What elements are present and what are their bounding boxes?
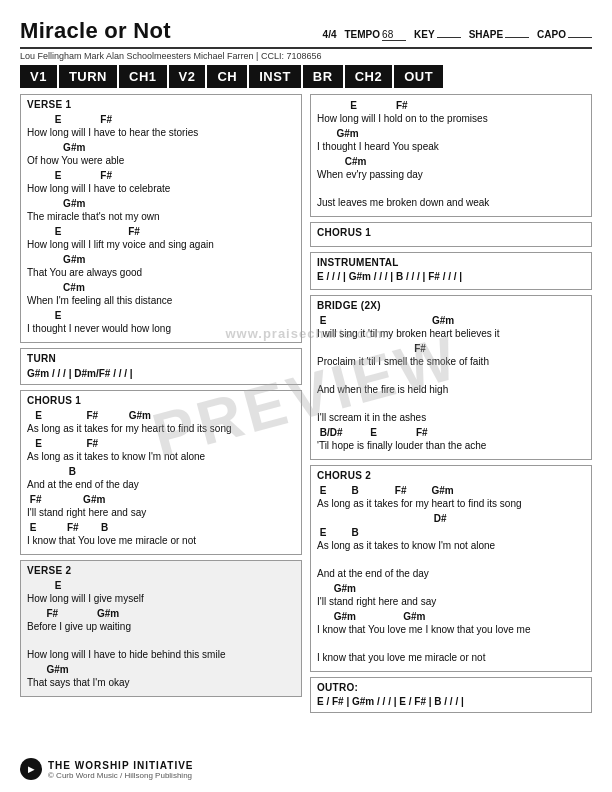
ch1-lyric1: As long as it takes for my heart to find… bbox=[27, 422, 295, 436]
authors: Lou Fellingham Mark Alan Schoolmeesters … bbox=[20, 51, 592, 61]
verse2-box: VERSE 2 E How long will I give myself F#… bbox=[20, 560, 302, 697]
v1-line5: E F# How long will I lift my voice and s… bbox=[27, 225, 295, 252]
main-content: VERSE 1 E F# How long will I have to hea… bbox=[20, 94, 592, 713]
br-line4: I'll scream it in the ashes bbox=[317, 398, 585, 425]
v2-line3: How long will I have to hide behind this… bbox=[27, 635, 295, 662]
v2-lyric1: How long will I give myself bbox=[27, 592, 295, 606]
ch2-lyric2: As long as it takes to know I'm not alon… bbox=[317, 539, 585, 553]
v2c-line4: Just leaves me broken down and weak bbox=[317, 183, 585, 210]
tab-br[interactable]: BR bbox=[303, 65, 343, 88]
turn-chords: G#m / / / | D#m/F# / / / | bbox=[27, 367, 295, 380]
br-lyric5: 'Til hope is finally louder than the ach… bbox=[317, 439, 585, 453]
v2c-line1: E F# How long will I hold on to the prom… bbox=[317, 99, 585, 126]
ch1-line2: E F# As long as it takes to know I'm not… bbox=[27, 437, 295, 464]
v2-chord3 bbox=[27, 635, 295, 648]
ch2-line5: G#m G#m I know that You love me I know t… bbox=[317, 610, 585, 637]
header: Miracle or Not 4/4 TEMPO 68 KEY SHAPE CA… bbox=[20, 18, 592, 44]
verse1-header: VERSE 1 bbox=[27, 99, 295, 110]
outro-chords: E / F# | G#m / / / | E / F# | B / / / | bbox=[317, 696, 585, 707]
v1-line3: E F# How long will I have to celebrate bbox=[27, 169, 295, 196]
v2c-line3: C#m When ev'ry passing day bbox=[317, 155, 585, 182]
ch2-chord2: E B bbox=[317, 526, 585, 539]
shape-label: SHAPE bbox=[469, 29, 503, 40]
br-line2: F# Proclaim it 'til I smell the smoke of… bbox=[317, 342, 585, 369]
v2c-chord2: G#m bbox=[317, 127, 585, 140]
br-line5: B/D# E F# 'Til hope is finally louder th… bbox=[317, 426, 585, 453]
ch2-lyric6: I know that you love me miracle or not bbox=[317, 651, 585, 665]
time-sig: 4/4 bbox=[323, 29, 337, 40]
v2-lyric3: How long will I have to hide behind this… bbox=[27, 648, 295, 662]
v2-line2: F# G#m Before I give up waiting bbox=[27, 607, 295, 634]
verse2-header: VERSE 2 bbox=[27, 565, 295, 576]
v1-line1: E F# How long will I have to hear the st… bbox=[27, 113, 295, 140]
shape-value bbox=[505, 37, 529, 38]
ch2-chord1: E B F# G#m bbox=[317, 484, 585, 497]
tempo-value: 68 bbox=[382, 29, 406, 41]
ch1-chord4: F# G#m bbox=[27, 493, 295, 506]
header-divider bbox=[20, 47, 592, 49]
br-line3: And when the fire is held high bbox=[317, 370, 585, 397]
chorus2-box: CHORUS 2 E B F# G#m As long as it takes … bbox=[310, 465, 592, 672]
ch2-line6: I know that you love me miracle or not bbox=[317, 638, 585, 665]
shape-item: SHAPE bbox=[469, 29, 529, 40]
v1-line7: C#m When I'm feeling all this distance bbox=[27, 281, 295, 308]
ch1-chord2: E F# bbox=[27, 437, 295, 450]
v1-chord5: E F# bbox=[27, 225, 295, 238]
v2-chord2: F# G#m bbox=[27, 607, 295, 620]
v2-lyric4: That says that I'm okay bbox=[27, 676, 295, 690]
footer-text-block: THE WORSHIP INITIATIVE © Curb Word Music… bbox=[48, 759, 194, 780]
ch1-line4: F# G#m I'll stand right here and say bbox=[27, 493, 295, 520]
v1-lyric7: When I'm feeling all this distance bbox=[27, 294, 295, 308]
v2c-lyric1: How long will I hold on to the promises bbox=[317, 112, 585, 126]
br-lyric2: Proclaim it 'til I smell the smoke of fa… bbox=[317, 355, 585, 369]
v2-line1: E How long will I give myself bbox=[27, 579, 295, 606]
ch2-lyric5: I know that You love me I know that you … bbox=[317, 623, 585, 637]
ch1-chord1: E F# G#m bbox=[27, 409, 295, 422]
v2-line4: G#m That says that I'm okay bbox=[27, 663, 295, 690]
tab-ch2[interactable]: CH2 bbox=[345, 65, 393, 88]
br-lyric3: And when the fire is held high bbox=[317, 383, 585, 397]
v1-chord8: E bbox=[27, 309, 295, 322]
tab-turn[interactable]: TURN bbox=[59, 65, 117, 88]
ch1-chord5: E F# B bbox=[27, 521, 295, 534]
br-chord4 bbox=[317, 398, 585, 411]
ch1-lyric5: I know that You love me miracle or not bbox=[27, 534, 295, 548]
footer-sub: © Curb Word Music / Hillsong Publishing bbox=[48, 771, 194, 780]
ch2-line3: And at the end of the day bbox=[317, 554, 585, 581]
capo-item: CAPO bbox=[537, 29, 592, 40]
ch1-line5: E F# B I know that You love me miracle o… bbox=[27, 521, 295, 548]
v1-chord3: E F# bbox=[27, 169, 295, 182]
ch1-line3: B And at the end of the day bbox=[27, 465, 295, 492]
footer-logo: ▶ bbox=[20, 758, 42, 780]
right-column: E F# How long will I hold on to the prom… bbox=[310, 94, 592, 713]
tab-inst[interactable]: INST bbox=[249, 65, 301, 88]
ch2-chord3 bbox=[317, 554, 585, 567]
ch2-chord6 bbox=[317, 638, 585, 651]
v2c-lyric2: I thought I heard You speak bbox=[317, 140, 585, 154]
ch2-lyric1: As long as it takes for my heart to find… bbox=[317, 497, 585, 511]
tab-ch1[interactable]: CH1 bbox=[119, 65, 167, 88]
v1-lyric1: How long will I have to hear the stories bbox=[27, 126, 295, 140]
bridge-box: BRIDGE (2X) E G#m I will sing it 'til my… bbox=[310, 295, 592, 460]
tab-out[interactable]: OUT bbox=[394, 65, 443, 88]
v2-chord1: E bbox=[27, 579, 295, 592]
v2-chord4: G#m bbox=[27, 663, 295, 676]
nav-tabs: V1 TURN CH1 V2 CH INST BR CH2 OUT bbox=[20, 65, 592, 88]
tab-v1[interactable]: V1 bbox=[20, 65, 57, 88]
v1-lyric6: That You are always good bbox=[27, 266, 295, 280]
br-chord1: E G#m bbox=[317, 314, 585, 327]
tab-ch[interactable]: CH bbox=[207, 65, 247, 88]
chorus1-box: CHORUS 1 E F# G#m As long as it takes fo… bbox=[20, 390, 302, 555]
ch1-lyric4: I'll stand right here and say bbox=[27, 506, 295, 520]
ch2-lyric3: And at the end of the day bbox=[317, 567, 585, 581]
left-column: VERSE 1 E F# How long will I have to hea… bbox=[20, 94, 302, 713]
v2c-chord1: E F# bbox=[317, 99, 585, 112]
page: Miracle or Not 4/4 TEMPO 68 KEY SHAPE CA… bbox=[0, 0, 612, 792]
v2c-chord4 bbox=[317, 183, 585, 196]
v1-lyric4: The miracle that's not my own bbox=[27, 210, 295, 224]
v2-lyric2: Before I give up waiting bbox=[27, 620, 295, 634]
tab-v2[interactable]: V2 bbox=[169, 65, 206, 88]
v1-chord7: C#m bbox=[27, 281, 295, 294]
v2c-lyric4: Just leaves me broken down and weak bbox=[317, 196, 585, 210]
instrumental-chords: E / / / | G#m / / / | B / / / | F# / / /… bbox=[317, 271, 585, 282]
